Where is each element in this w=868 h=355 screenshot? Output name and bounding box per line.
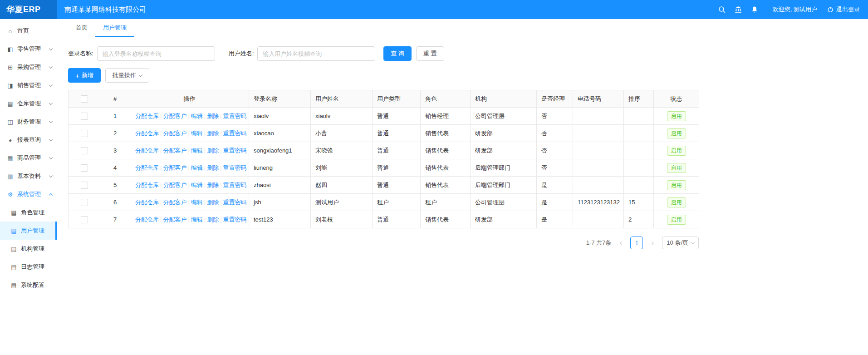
app-logo[interactable]: 华夏ERP <box>0 0 57 19</box>
cell-user-type: 普通 <box>373 108 421 125</box>
add-user-label: 新增 <box>82 71 93 79</box>
reset-button[interactable]: 重 置 <box>416 46 444 61</box>
action-separator: | <box>204 113 206 119</box>
user-table-body: 1 分配仓库|分配客户|编辑|删除|重置密码 xiaolv xiaolv 普通 … <box>69 108 699 228</box>
batch-actions-button[interactable]: 批量操作 <box>105 68 149 83</box>
sidebar-item-log-management[interactable]: ▤ 日志管理 <box>0 258 57 276</box>
cell-login-name: songxiaofeng1 <box>249 142 311 159</box>
action-edit[interactable]: 编辑 <box>191 199 203 206</box>
login-name-input[interactable] <box>97 46 215 61</box>
sidebar-item-basic-data[interactable]: ▥ 基本资料 <box>0 167 57 185</box>
action-edit[interactable]: 编辑 <box>191 113 203 119</box>
logout-button[interactable]: 退出登录 <box>827 5 860 14</box>
add-user-button[interactable]: + 新增 <box>68 68 101 83</box>
action-assign-customer[interactable]: 分配客户 <box>163 199 186 206</box>
sidebar-item-goods[interactable]: ▦ 商品管理 <box>0 149 57 167</box>
bank-icon[interactable] <box>730 0 746 19</box>
action-reset-password[interactable]: 重置密码 <box>223 182 247 188</box>
sidebar-item-user-management[interactable]: ▤ 用户管理 <box>0 222 57 240</box>
welcome-user[interactable]: 欢迎您, 测试用户 <box>773 5 817 14</box>
sidebar-item-retail[interactable]: ◧ 零售管理 <box>0 40 57 58</box>
action-delete[interactable]: 删除 <box>207 147 219 154</box>
pagination: 1-7 共7条 ‹ 1 › 10 条/页 <box>68 237 699 249</box>
status-badge: 启用 <box>667 111 686 121</box>
action-assign-warehouse[interactable]: 分配仓库 <box>135 182 159 188</box>
action-edit[interactable]: 编辑 <box>191 216 203 223</box>
action-assign-customer[interactable]: 分配客户 <box>163 113 186 119</box>
search-button[interactable]: 查 询 <box>383 46 412 61</box>
action-delete[interactable]: 删除 <box>207 199 219 206</box>
tab-home[interactable]: 首页 <box>68 19 95 37</box>
sidebar-item-system-config[interactable]: ▤ 系统配置 <box>0 276 57 294</box>
cell-user-name: 刘老根 <box>311 211 373 228</box>
page-number-button[interactable]: 1 <box>630 237 643 249</box>
action-assign-customer[interactable]: 分配客户 <box>163 164 186 171</box>
row-checkbox[interactable] <box>81 147 88 154</box>
sidebar-item-role-management[interactable]: ▤ 角色管理 <box>0 203 57 222</box>
action-reset-password[interactable]: 重置密码 <box>223 199 247 206</box>
action-delete[interactable]: 删除 <box>207 164 219 171</box>
row-checkbox[interactable] <box>81 199 88 206</box>
user-table: # 操作 登录名称 用户姓名 用户类型 角色 机构 是否经理 电话号码 排序 <box>68 90 699 228</box>
sidebar-item-report[interactable]: ◕ 报表查询 <box>0 131 57 149</box>
select-all-checkbox[interactable] <box>81 95 88 103</box>
sidebar-item-system[interactable]: ⚙ 系统管理 <box>0 185 57 203</box>
action-assign-customer[interactable]: 分配客户 <box>163 182 186 188</box>
action-assign-warehouse[interactable]: 分配仓库 <box>135 130 159 137</box>
action-edit[interactable]: 编辑 <box>191 182 203 188</box>
sidebar-item-finance[interactable]: ◫ 财务管理 <box>0 113 57 131</box>
action-assign-customer[interactable]: 分配客户 <box>163 216 186 223</box>
action-assign-warehouse[interactable]: 分配仓库 <box>135 113 159 119</box>
action-reset-password[interactable]: 重置密码 <box>223 164 247 171</box>
row-checkbox[interactable] <box>81 130 88 137</box>
bell-icon[interactable] <box>746 0 763 19</box>
action-separator: | <box>160 199 162 206</box>
row-checkbox[interactable] <box>81 216 88 223</box>
action-delete[interactable]: 删除 <box>207 130 219 137</box>
page-size-select[interactable]: 10 条/页 <box>662 237 699 249</box>
action-edit[interactable]: 编辑 <box>191 130 203 137</box>
action-reset-password[interactable]: 重置密码 <box>223 147 247 154</box>
status-badge: 启用 <box>667 197 686 207</box>
sidebar-item-warehouse[interactable]: ▤ 仓库管理 <box>0 94 57 113</box>
action-reset-password[interactable]: 重置密码 <box>223 216 247 223</box>
action-assign-warehouse[interactable]: 分配仓库 <box>135 216 159 223</box>
action-separator: | <box>220 199 221 206</box>
action-edit[interactable]: 编辑 <box>191 164 203 171</box>
sidebar-item-org-management[interactable]: ▤ 机构管理 <box>0 240 57 258</box>
action-reset-password[interactable]: 重置密码 <box>223 130 247 137</box>
search-icon[interactable] <box>714 0 730 19</box>
action-assign-warehouse[interactable]: 分配仓库 <box>135 164 159 171</box>
action-delete[interactable]: 删除 <box>207 113 219 119</box>
row-checkbox[interactable] <box>81 113 88 120</box>
topbar-right: 欢迎您, 测试用户 退出登录 <box>714 0 868 19</box>
sidebar-item-purchase[interactable]: ⊞ 采购管理 <box>0 58 57 76</box>
action-assign-warehouse[interactable]: 分配仓库 <box>135 147 159 154</box>
action-edit[interactable]: 编辑 <box>191 147 203 154</box>
cell-user-name: 宋晓锋 <box>311 142 373 159</box>
action-separator: | <box>204 182 206 188</box>
action-delete[interactable]: 删除 <box>207 182 219 188</box>
system-submenu: ▤ 角色管理 ▤ 用户管理 ▤ 机构管理 ▤ 日志管理 ▤ 系统配置 <box>0 203 57 294</box>
cell-sort <box>624 177 654 194</box>
row-checkbox[interactable] <box>81 164 88 172</box>
tab-user-management[interactable]: 用户管理 <box>95 19 134 37</box>
row-actions: 分配仓库|分配客户|编辑|删除|重置密码 <box>130 142 249 159</box>
next-page-button[interactable]: › <box>647 237 658 249</box>
action-separator: | <box>220 130 221 137</box>
cell-login-name: xiaolv <box>249 108 311 125</box>
action-separator: | <box>188 182 189 188</box>
row-checkbox[interactable] <box>81 182 88 189</box>
action-delete[interactable]: 删除 <box>207 216 219 223</box>
chevron-up-icon <box>49 193 53 197</box>
prev-page-button[interactable]: ‹ <box>615 237 627 249</box>
sidebar-item-home[interactable]: ⌂ 首页 <box>0 22 57 40</box>
action-reset-password[interactable]: 重置密码 <box>223 113 247 119</box>
action-assign-warehouse[interactable]: 分配仓库 <box>135 199 159 206</box>
sidebar-item-sales[interactable]: ◨ 销售管理 <box>0 76 57 94</box>
action-assign-customer[interactable]: 分配客户 <box>163 130 186 137</box>
action-assign-customer[interactable]: 分配客户 <box>163 147 186 154</box>
user-name-input[interactable] <box>257 46 375 61</box>
logout-label: 退出登录 <box>836 5 860 14</box>
user-name-label: 用户姓名: <box>229 49 254 58</box>
